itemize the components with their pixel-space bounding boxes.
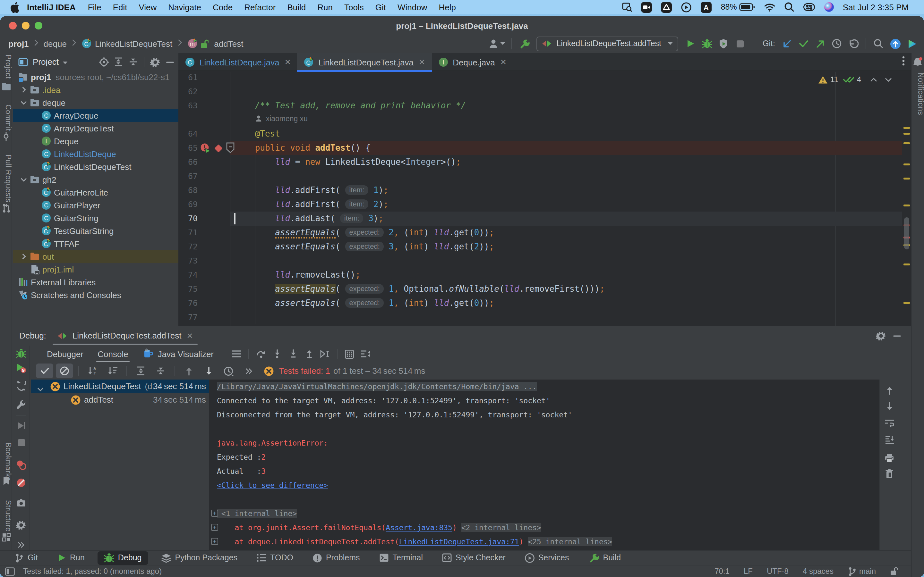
spotlight-icon[interactable] — [784, 2, 795, 12]
code-editor[interactable]: 616263/** Test add, remove and print beh… — [178, 72, 911, 326]
project-tree-item-LinkedListDeque[interactable]: CLinkedListDeque — [13, 147, 178, 160]
scroll-to-end-button[interactable] — [882, 433, 897, 447]
code-line-77[interactable]: 77 — [178, 310, 911, 324]
control-center-icon[interactable] — [804, 3, 815, 11]
expand-stack-icon[interactable]: + — [211, 538, 218, 545]
project-panel-title[interactable]: Project — [33, 57, 59, 67]
toggle-panel-icon[interactable] — [5, 567, 15, 575]
sidebar-item-project[interactable]: Project — [0, 55, 12, 79]
project-options-button[interactable] — [148, 55, 162, 69]
menu-build[interactable]: Build — [281, 2, 312, 12]
run-to-cursor-button[interactable] — [317, 346, 333, 362]
code-line-72[interactable]: 72assertEquals( expected: 3, (int) lld.g… — [178, 240, 911, 254]
project-tree-item-deque[interactable]: deque — [13, 96, 178, 109]
toolwindow-style-checker[interactable]: Style Checker — [436, 552, 512, 564]
chevron-collapsed-icon[interactable] — [19, 253, 28, 259]
stop-process-button[interactable] — [13, 438, 29, 447]
toolwindow-python-packages[interactable]: Python Packages — [155, 551, 244, 564]
project-tree-item-ArrayDeque[interactable]: CArrayDeque — [13, 109, 178, 122]
menu-help[interactable]: Help — [433, 2, 462, 12]
code-line-62[interactable]: 62 — [178, 85, 911, 99]
clear-console-button[interactable] — [882, 467, 897, 481]
project-tree-item-.idea[interactable]: .idea — [13, 83, 178, 96]
commit-icon[interactable] — [1, 131, 11, 141]
project-tree-item-proj1.iml[interactable]: proj1.iml — [13, 263, 178, 276]
locate-file-button[interactable] — [96, 55, 111, 69]
code-with-me-button[interactable] — [887, 36, 903, 51]
expand-all-button[interactable] — [132, 364, 150, 378]
notifications-bell-icon[interactable] — [913, 56, 922, 67]
menu-git[interactable]: Git — [370, 2, 392, 12]
history-button[interactable] — [829, 36, 845, 51]
test-tree-item-LinkedListDequeTest[interactable]: LinkedListDequeTest(d…34 sec 514 ms — [31, 380, 209, 393]
test-settings-button[interactable] — [13, 400, 29, 410]
toolwindow-run[interactable]: Run — [51, 552, 91, 564]
project-tree-item-GuitarString[interactable]: CGuitarString — [13, 211, 178, 224]
previous-failed-test-button[interactable] — [180, 364, 198, 378]
readonly-toggle[interactable] — [890, 567, 898, 576]
warning-stripe-mark[interactable] — [903, 163, 910, 165]
run-button[interactable] — [682, 36, 698, 51]
drive-icon[interactable] — [661, 2, 672, 13]
console-link[interactable]: <Click to see difference> — [217, 481, 328, 490]
toolwindow-build[interactable]: Build — [582, 551, 628, 564]
user-profile-button[interactable] — [486, 36, 507, 51]
expand-stack-icon[interactable]: + — [211, 524, 218, 531]
evaluate-expression-button[interactable] — [341, 346, 357, 362]
warning-stripe-mark[interactable] — [903, 263, 910, 266]
console-link[interactable]: Assert.java:835 — [386, 523, 452, 532]
sidebar-item-pull-requests[interactable]: Pull Requests — [0, 155, 12, 203]
menu-run[interactable]: Run — [312, 2, 338, 12]
expand-all-button[interactable] — [111, 55, 126, 69]
scroll-up-button[interactable] — [882, 384, 897, 398]
debugger-icon[interactable] — [13, 348, 29, 358]
run-configuration-select[interactable]: LinkedListDequeTest.addTest — [536, 36, 678, 51]
build-project-button[interactable] — [517, 36, 532, 51]
project-panel-caret-icon[interactable] — [63, 59, 68, 66]
breadcrumb-LinkedListDequeTest[interactable]: LinkedListDequeTest — [95, 39, 172, 48]
git-commit-button[interactable] — [796, 36, 811, 51]
toolwindow-problems[interactable]: Problems — [306, 551, 367, 564]
close-tab-icon[interactable]: ✕ — [284, 58, 291, 67]
hide-project-panel-button[interactable] — [162, 55, 177, 69]
method-breakpoint-icon[interactable] — [214, 143, 223, 155]
line-separator[interactable]: LF — [744, 567, 753, 576]
project-tree-item-ExternalLibraries[interactable]: External Libraries — [13, 276, 178, 288]
code-line-74[interactable]: 74lld.removeLast(); — [178, 268, 911, 282]
collapse-all-button[interactable] — [126, 55, 141, 69]
structure-icon[interactable] — [1, 533, 11, 542]
play-circle-icon[interactable] — [681, 2, 692, 13]
battery-indicator[interactable]: 88% — [721, 3, 756, 11]
author-inlay[interactable]: xiaomeng xu — [255, 115, 308, 122]
wifi-icon[interactable] — [764, 3, 775, 11]
file-encoding[interactable]: UTF-8 — [767, 567, 788, 576]
editor-tab-LinkedListDequeTest.java[interactable]: CLinkedListDequeTest.java✕ — [297, 53, 431, 71]
chevron-expanded-icon[interactable] — [19, 177, 28, 182]
code-line-76[interactable]: 76assertEquals( expected: 1, (int) lld.g… — [178, 296, 911, 310]
show-ignored-button[interactable] — [56, 364, 73, 378]
project-tree-item-GuitarHeroLite[interactable]: CGuitarHeroLite — [13, 186, 178, 199]
debug-settings-button[interactable] — [873, 328, 889, 343]
code-line-65[interactable]: 65public void addTest() { — [178, 141, 911, 155]
code-line-70[interactable]: 70lld.addLast( item: 3); — [178, 211, 911, 226]
warning-stripe-mark[interactable] — [903, 177, 910, 179]
warning-stripe-mark[interactable] — [903, 127, 910, 129]
caret-position[interactable]: 70:1 — [714, 567, 730, 576]
pull-requests-icon[interactable] — [1, 203, 11, 213]
collapse-all-button[interactable] — [152, 364, 170, 378]
code-line-64[interactable]: 64@Test — [178, 127, 911, 141]
project-tree-item-ArrayDequeTest[interactable]: CArrayDequeTest — [13, 122, 178, 135]
code-line-67[interactable]: 67 — [178, 169, 911, 183]
rerun-failed-tests-button[interactable]: 9 — [13, 363, 29, 373]
step-out-button[interactable] — [301, 346, 317, 362]
force-step-into-button[interactable] — [285, 346, 301, 362]
editor-error-stripe[interactable] — [902, 72, 911, 326]
resume-button[interactable] — [13, 421, 29, 430]
test-layout-button[interactable] — [357, 346, 373, 362]
editor-tab-LinkedListDeque.java[interactable]: CLinkedListDeque.java✕ — [178, 53, 297, 71]
close-tab-icon[interactable]: ✕ — [500, 58, 507, 67]
warning-stripe-mark[interactable] — [903, 142, 910, 144]
layout-options-button[interactable] — [228, 346, 244, 362]
menu-navigate[interactable]: Navigate — [162, 2, 207, 12]
step-over-button[interactable] — [253, 346, 269, 362]
